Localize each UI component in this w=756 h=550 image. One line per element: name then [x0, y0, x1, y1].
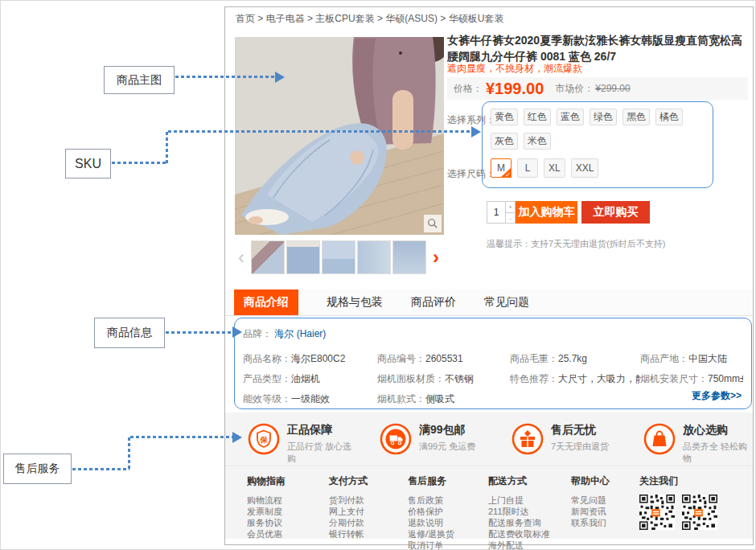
promo-text: 遮肉显瘦，不挑身材，潮流爆款 — [447, 62, 582, 76]
gallery-prev-button[interactable]: ‹ — [235, 241, 248, 273]
arrow-line-aftersale-2 — [128, 437, 130, 470]
sku-selection-box: 黄色 红色 蓝色 绿色 黑色 橘色 灰色 米色 M ✓ L XL XXL — [482, 101, 713, 188]
footer-col-shopping-guide: 购物指南 购物流程 发票制度 服务协议 会员优惠 — [247, 474, 329, 550]
breadcrumb[interactable]: 首页 > 电子电器 > 主板CPU套装 > 华硕(ASUS) > 华硕板U套装 — [236, 12, 503, 26]
price-label: 价格： — [454, 82, 483, 96]
shield-bao-icon: 保 — [248, 423, 280, 455]
service-authentic: 保 正品保障 正品行货 放心选购 — [225, 412, 357, 466]
arrow-head-main-image-icon — [275, 72, 285, 83]
zoom-magnifier-icon[interactable] — [424, 215, 442, 232]
footer-col-help-center: 帮助中心 常见问题 新闻资讯 联系我们 — [571, 474, 639, 550]
footer-col-follow-us: 关注我们 — [639, 474, 717, 550]
product-info-box: 品牌： 海尔 (Haier) 商品名称：海尔E800C2 商品编号：260553… — [234, 318, 752, 409]
color-option-blue[interactable]: 蓝色 — [557, 109, 584, 125]
arrow-line-info — [166, 331, 232, 334]
thumbnail-2[interactable] — [286, 240, 320, 274]
callout-sku-label: SKU — [75, 157, 101, 171]
size-option-xxl[interactable]: XXL — [571, 158, 599, 178]
thumbnail-1[interactable] — [251, 240, 285, 274]
return-policy-notice: 温馨提示：支持7天无理由退货(拆封后不支持) — [487, 238, 665, 250]
thumbnail-4[interactable] — [357, 240, 391, 274]
thumbnail-5[interactable] — [392, 240, 426, 274]
arrow-line-aftersale-1 — [72, 468, 129, 470]
price-value: ¥199.00 — [486, 80, 544, 98]
selected-check-icon: ✓ — [505, 171, 511, 179]
arrow-line-sku-2 — [166, 132, 168, 164]
service-after-sales: 售后无忧 7天无理由退货 — [489, 412, 621, 466]
market-price-label: 市场价： — [555, 82, 594, 96]
quantity-stepper: + - — [487, 201, 516, 224]
brand-link[interactable]: 海尔 (Haier) — [274, 328, 326, 339]
svg-text:保: 保 — [260, 436, 269, 444]
gallery-next-button[interactable]: › — [429, 241, 442, 273]
quantity-input[interactable] — [487, 202, 505, 223]
price-strip: 价格： ¥199.00 市场价： ¥299.00 — [447, 77, 748, 100]
arrow-head-sku-icon — [471, 126, 481, 138]
callout-after-sales: 售后服务 — [3, 454, 72, 484]
arrow-head-info-icon — [232, 326, 242, 338]
callout-main-image-label: 商品主图 — [117, 73, 162, 88]
callout-product-info-label: 商品信息 — [107, 326, 152, 340]
tab-spec-package[interactable]: 规格与包装 — [327, 289, 383, 315]
arrow-line-aftersale-3 — [130, 436, 232, 438]
product-main-image[interactable] — [235, 37, 444, 235]
size-option-l[interactable]: L — [517, 158, 538, 178]
footer-col-delivery: 配送方式 上门自提 211限时达 配送服务查询 配送费收取标准 海外配送 — [488, 474, 571, 550]
color-option-beige[interactable]: 米色 — [524, 133, 551, 150]
buy-now-button[interactable]: 立即购买 — [581, 201, 650, 224]
service-free-shipping: 满99包邮 满99元 免运费 — [357, 412, 489, 466]
callout-main-image: 商品主图 — [104, 66, 175, 94]
tab-reviews[interactable]: 商品评价 — [411, 289, 456, 315]
footer-col-after-sales: 售后服务 售后政策 价格保护 退款说明 返修/退换货 取消订单 — [408, 474, 488, 550]
quantity-increase-button[interactable]: + — [506, 202, 515, 213]
brand-label: 品牌： — [243, 328, 272, 339]
gift-box-icon — [512, 423, 544, 455]
footer-links: 购物指南 购物流程 发票制度 服务协议 会员优惠 支付方式 货到付款 网上支付 … — [225, 466, 753, 550]
color-option-orange[interactable]: 橘色 — [655, 109, 683, 125]
product-page-panel: 首页 > 电子电器 > 主板CPU套装 > 华硕(ASUS) > 华硕板U套装 — [224, 6, 754, 545]
arrow-line-main-image — [175, 76, 275, 78]
thumbnail-strip: ‹ › — [235, 239, 444, 276]
callout-product-info: 商品信息 — [94, 318, 165, 348]
arrow-head-aftersale-icon — [232, 432, 242, 443]
market-price-value: ¥299.00 — [595, 83, 630, 94]
arrow-line-sku-1 — [112, 162, 167, 164]
thumbnail-3[interactable] — [322, 240, 355, 274]
callout-sku: SKU — [65, 149, 111, 179]
add-to-cart-button[interactable]: 加入购物车 — [516, 201, 577, 224]
tab-faq[interactable]: 常见问题 — [484, 289, 529, 315]
qr-code-wechat — [639, 495, 675, 530]
color-option-red[interactable]: 红色 — [524, 109, 551, 125]
color-option-gray[interactable]: 灰色 — [491, 133, 518, 150]
product-title: 女裤牛仔裤女2020夏季新款泫雅长裤女韩版显瘦直筒宽松高腰阔腿九分牛仔裤 008… — [447, 32, 750, 64]
model-photo-illustration — [235, 37, 444, 235]
color-option-green[interactable]: 绿色 — [590, 109, 617, 125]
footer-col-payment: 支付方式 货到付款 网上支付 分期付款 银行转帐 — [329, 474, 408, 550]
callout-after-sales-label: 售后服务 — [15, 462, 60, 476]
qr-code-weibo — [682, 495, 717, 530]
detail-tab-strip: 商品介绍 规格与包装 商品评价 常见问题 — [225, 289, 753, 316]
product-attributes-grid: 商品名称：海尔E800C2 商品编号：2605531 商品毛重：25.7kg 商… — [243, 352, 743, 406]
bottom-region: 保 正品保障 正品行货 放心选购 — [225, 412, 753, 539]
shopping-bag-icon — [643, 423, 676, 455]
color-option-black[interactable]: 黑色 — [622, 109, 650, 125]
quantity-decrease-button[interactable]: - — [506, 213, 515, 224]
size-option-xl[interactable]: XL — [544, 158, 565, 178]
truck-icon — [380, 423, 412, 455]
more-params-link[interactable]: 更多参数>> — [692, 389, 742, 403]
tab-product-intro[interactable]: 商品介绍 — [234, 289, 298, 315]
arrow-line-sku-3 — [168, 130, 471, 133]
service-guarantee-strip: 保 正品保障 正品行货 放心选购 — [225, 412, 753, 466]
service-easy-shopping: 放心选购 品类齐全 轻松购物 — [621, 412, 753, 466]
color-option-yellow[interactable]: 黄色 — [491, 109, 518, 125]
annotated-screenshot-canvas: 商品主图 SKU 商品信息 售后服务 首页 > 电子电器 > 主板CPU套装 >… — [0, 0, 756, 550]
size-option-m[interactable]: M ✓ — [491, 158, 512, 178]
